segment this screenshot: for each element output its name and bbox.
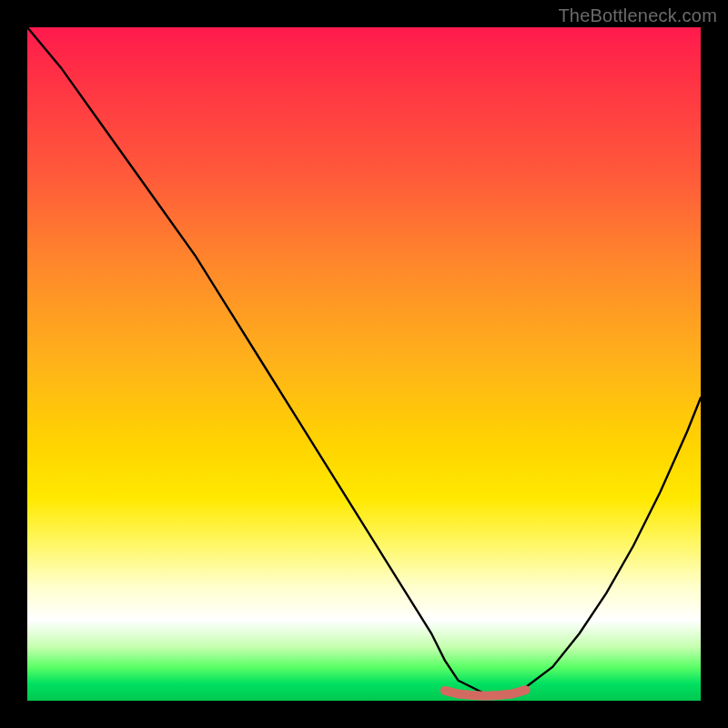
- bottleneck-curve: [27, 27, 701, 694]
- chart-frame: TheBottleneck.com: [0, 0, 728, 728]
- chart-svg: [27, 27, 701, 701]
- watermark-text: TheBottleneck.com: [558, 5, 717, 26]
- flat-highlight: [445, 690, 526, 696]
